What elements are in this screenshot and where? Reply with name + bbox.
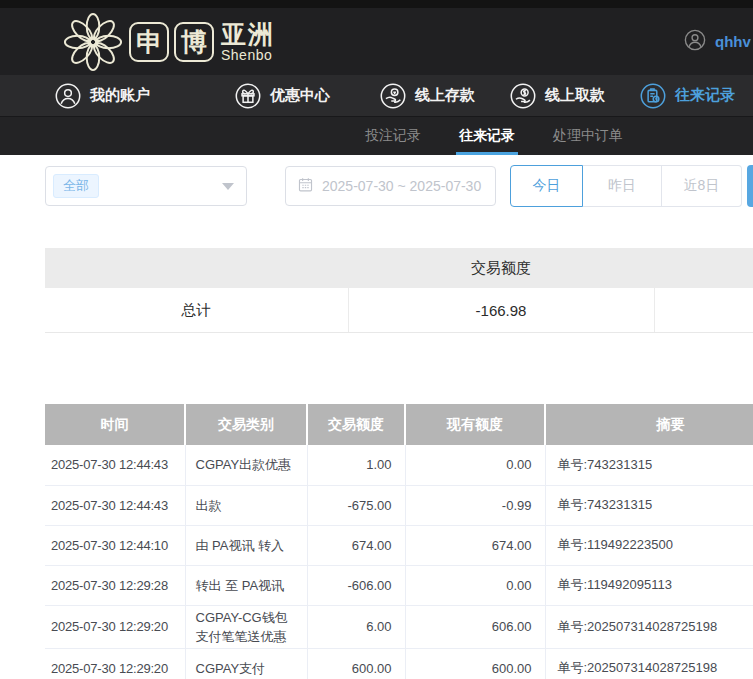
date-range-value: 2025-07-30 ~ 2025-07-30 [322, 178, 481, 194]
withdraw-icon [510, 83, 536, 109]
table-row: 2025-07-30 12:44:10 由 PA视讯 转入 674.00 674… [45, 525, 753, 565]
deposit-icon [380, 83, 406, 109]
nav-item-label: 线上取款 [545, 86, 605, 105]
top-strip [0, 0, 753, 8]
cell-amount: 600.00 [307, 648, 405, 679]
transaction-records-page: { "brand": { "logo_char1": "申", "logo_ch… [0, 0, 753, 679]
table-row: 2025-07-30 12:44:43 CGPAY出款优惠 1.00 0.00 … [45, 445, 753, 485]
type-filter-tag[interactable]: 全部 [53, 174, 99, 198]
cell-note: 单号:119492095113 [545, 565, 753, 605]
nav-item-promotions[interactable]: 优惠中心 [235, 83, 330, 109]
cell-type: 由 PA视讯 转入 [185, 525, 307, 565]
app-header: 申 博 亚洲 Shenbo qhhv [0, 8, 753, 75]
cell-time: 2025-07-30 12:44:10 [45, 525, 185, 565]
flower-logo-icon [62, 11, 124, 73]
logo-char-bo: 博 [174, 22, 214, 62]
logo-wordmark: 亚洲 Shenbo [221, 22, 275, 62]
column-header-time: 时间 [45, 404, 185, 445]
range-button-last-8-days[interactable]: 近8日 [662, 165, 742, 207]
column-header-balance: 现有额度 [405, 404, 545, 445]
cell-amount: 674.00 [307, 525, 405, 565]
nav-item-withdraw[interactable]: 线上取款 [510, 83, 605, 109]
summary-total-row: 总计 -166.98 [45, 288, 753, 333]
summary-total-empty [654, 288, 753, 333]
cell-type: CGPAY支付 [185, 648, 307, 679]
cell-amount: 6.00 [307, 605, 405, 648]
type-filter-select[interactable]: 全部 [45, 166, 247, 206]
main-navbar: 我的账户 优惠中心 线上存款 [0, 75, 753, 116]
cell-balance: -0.99 [405, 485, 545, 525]
summary-header-amount: 交易额度 [348, 248, 654, 288]
column-header-note: 摘要 [545, 404, 753, 445]
brand-logo[interactable]: 申 博 亚洲 Shenbo [62, 11, 275, 73]
user-account[interactable]: qhhv [684, 8, 751, 75]
logo-char-shen: 申 [129, 22, 169, 62]
tab-pending-orders[interactable]: 处理中订单 [550, 117, 626, 155]
cell-type: 转出 至 PA视讯 [185, 565, 307, 605]
cell-note: 单号:743231315 [545, 445, 753, 485]
cell-note: 单号:202507314028725198 [545, 648, 753, 679]
column-header-amount: 交易额度 [307, 404, 405, 445]
cell-time: 2025-07-30 12:44:43 [45, 485, 185, 525]
nav-item-my-account[interactable]: 我的账户 [55, 83, 150, 109]
table-row: 2025-07-30 12:29:20 CGPAY-CG钱包支付笔笔送优惠 6.… [45, 605, 753, 648]
table-row: 2025-07-30 12:29:28 转出 至 PA视讯 -606.00 0.… [45, 565, 753, 605]
summary-header-row: 交易额度 [45, 248, 753, 288]
cell-balance: 674.00 [405, 525, 545, 565]
cell-amount: 1.00 [307, 445, 405, 485]
logo-region-text: 亚洲 [221, 22, 275, 47]
summary-total-label: 总计 [45, 288, 348, 333]
cell-type: CGPAY-CG钱包支付笔笔送优惠 [185, 605, 307, 648]
records-icon [640, 83, 666, 109]
cell-time: 2025-07-30 12:29:20 [45, 648, 185, 679]
nav-item-records[interactable]: 往来记录 [640, 83, 735, 109]
cell-balance: 0.00 [405, 565, 545, 605]
cell-balance: 0.00 [405, 445, 545, 485]
range-button-today[interactable]: 今日 [510, 165, 583, 207]
column-header-type: 交易类别 [185, 404, 307, 445]
cell-type: CGPAY出款优惠 [185, 445, 307, 485]
nav-item-label: 往来记录 [675, 86, 735, 105]
cell-balance: 606.00 [405, 605, 545, 648]
username-text[interactable]: qhhv [715, 33, 751, 50]
nav-item-label: 线上存款 [415, 86, 475, 105]
nav-item-label: 优惠中心 [270, 86, 330, 105]
table-row: 2025-07-30 12:44:43 出款 -675.00 -0.99 单号:… [45, 485, 753, 525]
user-avatar-icon [684, 29, 706, 55]
cell-time: 2025-07-30 12:29:20 [45, 605, 185, 648]
user-icon [55, 83, 81, 109]
cell-note: 单号:202507314028725198 [545, 605, 753, 648]
summary-total-value: -166.98 [348, 288, 654, 333]
summary-table: 交易额度 总计 -166.98 [45, 248, 753, 333]
date-range-input[interactable]: 2025-07-30 ~ 2025-07-30 [285, 166, 496, 206]
cell-note: 单号:119492223500 [545, 525, 753, 565]
range-button-yesterday[interactable]: 昨日 [583, 165, 662, 207]
summary-header-empty [45, 248, 348, 288]
cell-time: 2025-07-30 12:29:28 [45, 565, 185, 605]
cell-amount: -675.00 [307, 485, 405, 525]
nav-item-label: 我的账户 [90, 86, 150, 105]
cell-time: 2025-07-30 12:44:43 [45, 445, 185, 485]
logo-latin-text: Shenbo [221, 48, 275, 62]
cell-note: 单号:743231315 [545, 485, 753, 525]
search-button[interactable] [747, 165, 753, 207]
calendar-icon [297, 176, 314, 197]
caret-down-icon [222, 183, 234, 190]
cell-balance: 600.00 [405, 648, 545, 679]
table-header-row: 时间 交易类别 交易额度 现有额度 摘要 [45, 404, 753, 445]
tab-transaction-records[interactable]: 往来记录 [456, 117, 518, 155]
gift-icon [235, 83, 261, 109]
records-subnav: 投注记录 往来记录 处理中订单 [0, 116, 753, 155]
table-row: 2025-07-30 12:29:20 CGPAY支付 600.00 600.0… [45, 648, 753, 679]
quick-range-button-group: 今日 昨日 近8日 [510, 165, 742, 207]
cell-type: 出款 [185, 485, 307, 525]
summary-header-empty2 [654, 248, 753, 288]
transactions-table: 时间 交易类别 交易额度 现有额度 摘要 2025-07-30 12:44:43… [45, 404, 753, 679]
cell-amount: -606.00 [307, 565, 405, 605]
tab-bet-records[interactable]: 投注记录 [362, 117, 424, 155]
nav-item-deposit[interactable]: 线上存款 [380, 83, 475, 109]
